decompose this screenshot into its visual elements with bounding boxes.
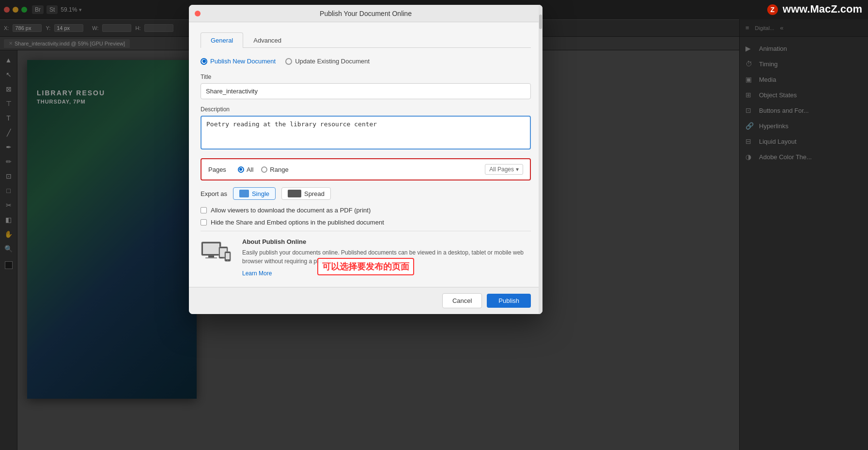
watermark-z-icon: Z: [767, 4, 778, 15]
dialog-overlay: Publish Your Document Online General Adv…: [0, 0, 868, 450]
description-textarea[interactable]: Poetry reading at the library resource c…: [201, 116, 531, 150]
svg-rect-8: [226, 253, 230, 259]
svg-point-9: [227, 260, 228, 261]
pages-dropdown-chevron: ▾: [516, 166, 519, 173]
export-spread-label: Spread: [304, 190, 325, 197]
update-existing-label: Update Existing Document: [295, 58, 370, 65]
dialog-traffic-lights: [195, 11, 201, 16]
cancel-button[interactable]: Cancel: [442, 293, 482, 308]
publish-online-icon: [201, 238, 234, 267]
export-single-label: Single: [252, 190, 269, 197]
dialog-title: Publish Your Document Online: [320, 10, 412, 17]
hide-share-checkbox-row: Hide the Share and Embed options in the …: [201, 219, 531, 226]
dialog-footer: Cancel Publish: [189, 287, 542, 314]
export-as-label: Export as: [201, 190, 227, 197]
chinese-annotation: 可以选择要发布的页面: [317, 258, 414, 275]
watermark: Z www.MacZ.com: [761, 0, 868, 18]
description-field-label: Description: [201, 106, 531, 113]
hide-share-label: Hide the Share and Embed options in the …: [211, 219, 384, 226]
tab-advanced[interactable]: Advanced: [243, 32, 292, 48]
pages-section: Pages All Range All Pages ▾: [201, 158, 531, 180]
tab-general[interactable]: General: [201, 32, 243, 48]
pdf-download-label: Allow viewers to download the document a…: [211, 207, 371, 214]
publish-new-label: Publish New Document: [210, 58, 276, 65]
hide-share-checkbox[interactable]: [201, 219, 207, 225]
about-heading: About Publish Online: [242, 238, 531, 245]
title-input[interactable]: [201, 83, 531, 99]
about-icon-container: [201, 238, 234, 277]
pages-range-label: Range: [270, 166, 288, 173]
scroll-indicator[interactable]: [539, 5, 542, 314]
learn-more-link[interactable]: Learn More: [242, 270, 272, 277]
export-single-button[interactable]: Single: [233, 187, 276, 200]
pdf-download-checkbox-row: Allow viewers to download the document a…: [201, 207, 531, 214]
publish-type-radio-group: Publish New Document Update Existing Doc…: [201, 58, 531, 65]
export-spread-button[interactable]: Spread: [281, 187, 331, 200]
svg-point-6: [223, 257, 224, 258]
update-existing-radio[interactable]: Update Existing Document: [285, 58, 370, 65]
pages-all-label: All: [247, 166, 253, 173]
pages-range-indicator: [261, 166, 267, 173]
svg-rect-3: [205, 257, 217, 258]
pages-all-indicator: [238, 166, 244, 173]
pages-dropdown[interactable]: All Pages ▾: [485, 164, 523, 175]
publish-button[interactable]: Publish: [487, 294, 531, 308]
dialog-close-button[interactable]: [195, 11, 201, 16]
dialog-titlebar: Publish Your Document Online: [189, 5, 542, 22]
dialog-tabs: General Advanced: [201, 32, 531, 48]
pdf-download-checkbox[interactable]: [201, 207, 207, 213]
svg-rect-2: [208, 255, 214, 257]
publish-new-radio[interactable]: Publish New Document: [201, 58, 276, 65]
spread-icon: [288, 190, 301, 197]
dialog-body: General Advanced Publish New Document Up…: [189, 22, 542, 287]
publish-new-radio-indicator: [201, 58, 207, 65]
update-existing-radio-indicator: [285, 58, 292, 65]
pages-label: Pages: [208, 166, 226, 173]
single-page-icon: [239, 190, 249, 197]
pages-range-radio[interactable]: Range: [261, 166, 288, 173]
export-section: Export as Single Spread: [201, 187, 531, 200]
title-field-label: Title: [201, 74, 531, 80]
svg-rect-1: [203, 243, 219, 254]
publish-dialog: Publish Your Document Online General Adv…: [189, 5, 542, 314]
pages-all-radio[interactable]: All: [238, 166, 253, 173]
pages-dropdown-value: All Pages: [489, 166, 514, 173]
watermark-text: www.MacZ.com: [783, 3, 862, 15]
scroll-thumb: [539, 15, 542, 29]
